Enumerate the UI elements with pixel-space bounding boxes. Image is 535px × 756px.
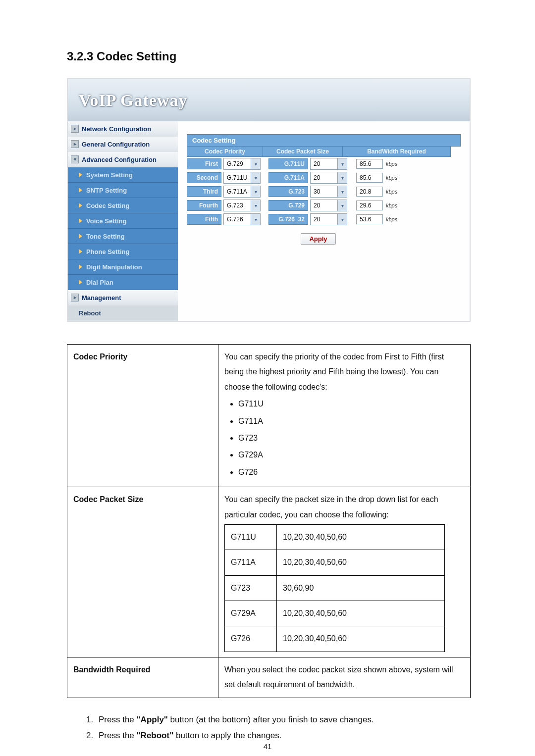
codec-cell: G723	[225, 575, 277, 601]
sidebar-label: Phone Setting	[86, 248, 129, 255]
sidebar-item-digit-manipulation[interactable]: Digit Manipulation	[68, 259, 178, 275]
select-value: 30	[311, 188, 337, 195]
arrow-icon	[79, 264, 82, 269]
packet-size-select[interactable]: 30 ▾	[310, 186, 347, 198]
chevron-down-icon: ▾	[251, 214, 260, 225]
sidebar-item-tone-setting[interactable]: Tone Setting	[68, 229, 178, 244]
codec-cell: G711A	[225, 550, 277, 575]
step-text-bold: "Reboot"	[137, 731, 174, 740]
list-item: G729A	[238, 448, 464, 462]
step-text-pre: Press the	[99, 715, 137, 724]
sidebar-label: Advanced Configuration	[82, 156, 157, 163]
table-row: Bandwidth Required When you select the c…	[67, 657, 471, 698]
codec-cell: G726	[225, 626, 277, 652]
kbps-label: kbps	[386, 202, 397, 208]
table-row: G723 30,60,90	[225, 575, 445, 601]
select-value: G.711A	[224, 188, 251, 195]
priority-select[interactable]: G.711U ▾	[223, 172, 261, 184]
select-value: G.726	[224, 216, 251, 223]
packet-size-select[interactable]: 20 ▾	[310, 200, 347, 211]
arrow-icon	[79, 249, 82, 254]
select-value: 20	[311, 160, 337, 167]
apply-button[interactable]: Apply	[301, 233, 335, 245]
header-codec-priority: Codec Priority	[187, 147, 263, 156]
select-value: 20	[311, 216, 337, 223]
arrow-icon	[79, 218, 82, 223]
sidebar-item-codec-setting[interactable]: Codec Setting	[68, 198, 178, 213]
packet-type-label: G.726_32	[268, 214, 308, 225]
table-row: G729A 10,20,30,40,50,60	[225, 601, 445, 626]
row-header: Codec Packet Size	[67, 487, 218, 657]
priority-select[interactable]: G.723 ▾	[223, 200, 261, 211]
kbps-label: kbps	[386, 189, 397, 195]
app-banner: VoIP Gateway	[68, 79, 470, 121]
table-row: G711U 10,20,30,40,50,60	[225, 524, 445, 550]
packet-size-select[interactable]: 20 ▾	[310, 172, 347, 184]
list-item: G723	[238, 431, 464, 446]
row-content: You can specify the priority of the code…	[218, 345, 471, 487]
table-row: Codec Priority You can specify the prior…	[67, 345, 471, 487]
sidebar-item-system-setting[interactable]: System Setting	[68, 167, 178, 183]
priority-select[interactable]: G.726 ▾	[223, 213, 261, 225]
codec-list: G711U G711A G723 G729A G726	[238, 397, 464, 480]
ordinal-label: Third	[187, 186, 221, 197]
header-codec-packet-size: Codec Packet Size	[263, 147, 343, 156]
codec-row: Third G.711A ▾ G.723 30 ▾ 20.8 kbps	[187, 185, 461, 199]
list-item: G726	[238, 465, 464, 480]
sidebar-item-reboot[interactable]: Reboot	[68, 305, 178, 321]
packet-type-label: G.723	[268, 186, 308, 197]
expand-icon: ▸	[71, 294, 79, 302]
sidebar-label: Reboot	[79, 309, 101, 317]
sidebar-item-sntp-setting[interactable]: SNTP Setting	[68, 183, 178, 198]
header-bandwidth-required: BandWidth Required	[343, 147, 450, 156]
codec-row: First G.729 ▾ G.711U 20 ▾ 85.6 kbps	[187, 157, 461, 171]
sidebar-item-phone-setting[interactable]: Phone Setting	[68, 244, 178, 259]
list-item: G711U	[238, 397, 464, 411]
bandwidth-value: 85.6	[356, 173, 383, 183]
values-cell: 10,20,30,40,50,60	[277, 626, 445, 652]
select-value: G.711U	[224, 174, 251, 181]
sidebar-label: Digit Manipulation	[86, 263, 142, 271]
step-text-bold: "Apply"	[137, 715, 168, 724]
row-intro: You can specify the priority of the code…	[224, 353, 444, 391]
panel-title: Codec Setting	[187, 134, 461, 147]
select-value: G.729	[224, 160, 251, 167]
chevron-down-icon: ▾	[337, 186, 347, 197]
packet-size-inner-table: G711U 10,20,30,40,50,60 G711A 10,20,30,4…	[224, 524, 445, 652]
sidebar-item-voice-setting[interactable]: Voice Setting	[68, 213, 178, 229]
sidebar-label: Network Configuration	[82, 125, 151, 133]
sidebar-label: Voice Setting	[86, 217, 126, 225]
row-intro: You can specify the packet size in the d…	[224, 495, 438, 518]
chevron-down-icon: ▾	[251, 158, 260, 169]
description-table: Codec Priority You can specify the prior…	[67, 344, 471, 698]
chevron-down-icon: ▾	[337, 172, 347, 183]
kbps-label: kbps	[386, 161, 397, 167]
priority-select[interactable]: G.711A ▾	[223, 186, 261, 198]
row-header: Bandwidth Required	[67, 657, 218, 698]
panel-header-row: Codec Priority Codec Packet Size BandWid…	[187, 147, 451, 157]
sidebar-item-dial-plan[interactable]: Dial Plan	[68, 275, 178, 290]
packet-type-label: G.711A	[268, 172, 308, 183]
select-value: 20	[311, 202, 337, 209]
priority-select[interactable]: G.729 ▾	[223, 158, 261, 170]
sidebar-item-general-configuration[interactable]: ▸ General Configuration	[68, 137, 178, 152]
expand-icon: ▸	[71, 125, 79, 133]
ordinal-label: First	[187, 158, 221, 169]
sidebar-item-advanced-configuration[interactable]: ▾ Advanced Configuration	[68, 152, 178, 167]
ordinal-label: Fourth	[187, 200, 221, 211]
values-cell: 10,20,30,40,50,60	[277, 550, 445, 575]
bandwidth-value: 53.6	[356, 214, 383, 224]
sidebar-item-network-configuration[interactable]: ▸ Network Configuration	[68, 121, 178, 137]
sidebar-label: Tone Setting	[86, 233, 125, 240]
row-content: You can specify the packet size in the d…	[218, 487, 471, 657]
table-row: Codec Packet Size You can specify the pa…	[67, 487, 471, 657]
packet-size-select[interactable]: 20 ▾	[310, 213, 347, 225]
chevron-down-icon: ▾	[337, 158, 347, 169]
codec-row: Second G.711U ▾ G.711A 20 ▾ 85.6 kbps	[187, 171, 461, 185]
sidebar-item-management[interactable]: ▸ Management	[68, 290, 178, 305]
instruction-list: Press the "Apply" button (at the bottom)…	[96, 712, 471, 744]
chevron-down-icon: ▾	[337, 214, 347, 225]
bandwidth-value: 20.8	[356, 187, 383, 197]
app-title: VoIP Gateway	[79, 91, 187, 110]
packet-size-select[interactable]: 20 ▾	[310, 158, 347, 170]
